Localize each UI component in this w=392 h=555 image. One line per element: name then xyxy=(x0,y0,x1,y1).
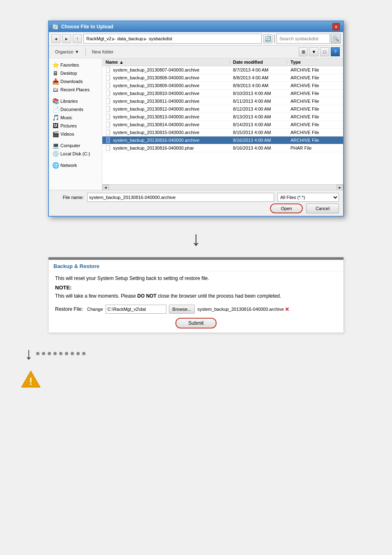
sidebar-item-computer[interactable]: 💻 Computer xyxy=(51,141,100,150)
remove-file-button[interactable]: ✕ xyxy=(285,306,289,312)
path-segment-3: sysbackdist xyxy=(149,36,172,41)
music-icon: 🎵 xyxy=(52,114,59,121)
sidebar-item-downloads[interactable]: 📥 Downloads xyxy=(51,77,100,86)
sidebar-item-music[interactable]: 🎵 Music xyxy=(51,113,100,122)
file-date-cell: 8/12/2013 4:00 AM xyxy=(230,106,287,111)
sidebar-item-network[interactable]: 🌐 Network xyxy=(51,161,100,169)
file-list-area: Name ▲ Date modified Type system_backup_… xyxy=(102,58,343,190)
file-row[interactable]: system_backup_20130807-040000.archive 8/… xyxy=(102,66,343,74)
file-row[interactable]: system_backup_20130812-040000.archive 8/… xyxy=(102,105,343,113)
file-name-cell: system_backup_20130808-040000.archive xyxy=(102,75,230,81)
file-row[interactable]: system_backup_20130816-040000.phar 8/16/… xyxy=(102,144,343,152)
dialog-title-text: Choose File to Upload xyxy=(61,24,113,30)
address-path[interactable]: RackMgt_v2 ▶ data_backup ▶ sysbackdist xyxy=(83,34,262,44)
svg-marker-17 xyxy=(110,130,111,131)
file-name-cell: system_backup_20130811-040000.archive xyxy=(102,98,230,104)
sidebar-item-recent-places[interactable]: 🗂 Recent Places xyxy=(51,86,100,94)
file-date-cell: 8/10/2013 4:00 AM xyxy=(230,91,287,96)
organize-button[interactable]: Organize ▼ xyxy=(52,48,82,56)
browse-button[interactable]: Browse... xyxy=(169,305,195,314)
cancel-button[interactable]: Cancel xyxy=(306,204,339,213)
toolbar: Organize ▼ New folder ⊞ ▼ □ ? xyxy=(49,46,343,58)
view-dropdown-button[interactable]: ▼ xyxy=(309,47,318,56)
file-date-cell: 8/15/2013 4:00 AM xyxy=(230,130,287,135)
file-row[interactable]: system_backup_20130810-040000.archive 8/… xyxy=(102,90,343,97)
svg-rect-6 xyxy=(106,90,110,96)
selected-file-display: system_backup_20130816-040000.archive ✕ xyxy=(197,306,289,312)
dialog-title-icon: 🔄 xyxy=(52,24,59,30)
col-type-header[interactable]: Type xyxy=(287,60,343,65)
sidebar-item-desktop[interactable]: 🖥 Desktop xyxy=(51,69,100,77)
file-type-cell: ARCHIVE File xyxy=(287,99,343,104)
svg-marker-15 xyxy=(110,122,111,123)
file-name-cell: system_backup_20130814-040000.archive xyxy=(102,122,230,127)
scroll-left-button[interactable]: ◄ xyxy=(102,185,109,190)
scroll-right-button[interactable]: ► xyxy=(337,185,343,190)
file-date-cell: 8/14/2013 4:00 AM xyxy=(230,122,287,127)
sidebar-item-favorites[interactable]: ⭐ Favorites xyxy=(51,61,100,69)
dot-8 xyxy=(76,352,80,355)
up-button[interactable]: ↑ xyxy=(73,34,82,43)
file-row[interactable]: system_backup_20130811-040000.archive 8/… xyxy=(102,97,343,105)
svg-rect-20 xyxy=(106,145,110,151)
sidebar-item-pictures[interactable]: 🖼 Pictures xyxy=(51,122,100,130)
file-list-header: Name ▲ Date modified Type xyxy=(102,58,343,66)
downloads-icon: 📥 xyxy=(52,78,59,85)
open-button[interactable]: Open xyxy=(270,204,303,213)
file-row[interactable]: system_backup_20130809-040000.archive 8/… xyxy=(102,82,343,90)
search-button[interactable]: 🔍 xyxy=(331,34,341,44)
dialog-close-button[interactable]: × xyxy=(332,23,340,30)
desktop-icon: 🖥 xyxy=(52,70,59,76)
horizontal-scrollbar[interactable]: ◄ ► xyxy=(102,184,343,190)
view-details-button[interactable]: ⊞ xyxy=(299,47,308,56)
restore-path-input[interactable] xyxy=(106,305,166,314)
dot-9 xyxy=(82,352,85,355)
file-row[interactable]: system_backup_20130814-040000.archive 8/… xyxy=(102,121,343,129)
file-row[interactable]: system_backup_20130808-040000.archive 8/… xyxy=(102,74,343,82)
sidebar-item-local-disk[interactable]: 💿 Local Disk (C:) xyxy=(51,150,100,158)
videos-icon: 🎬 xyxy=(52,131,59,137)
file-date-cell: 8/7/2013 4:00 AM xyxy=(230,67,287,72)
dialog-titlebar: 🔄 Choose File to Upload × xyxy=(49,21,343,32)
svg-marker-21 xyxy=(110,145,111,146)
file-type-cell: ARCHIVE File xyxy=(287,130,343,135)
help-button[interactable]: ? xyxy=(331,47,340,56)
forward-button[interactable]: ► xyxy=(62,34,71,43)
computer-icon: 💻 xyxy=(52,142,59,149)
search-input[interactable] xyxy=(277,34,330,44)
file-date-cell: 8/9/2013 4:00 AM xyxy=(230,83,287,88)
step-arrow-1: ↓ xyxy=(8,229,384,249)
filetype-select[interactable]: All Files (*.*) xyxy=(277,193,339,202)
svg-marker-19 xyxy=(110,137,111,139)
file-row[interactable]: system_backup_20130813-040000.archive 8/… xyxy=(102,113,343,121)
dialog-bottom: File name: All Files (*.*) Open Cancel xyxy=(49,190,343,216)
col-name-header[interactable]: Name ▲ xyxy=(102,60,230,65)
file-date-cell: 8/8/2013 4:00 AM xyxy=(230,75,287,80)
file-name-cell: system_backup_20130810-040000.archive xyxy=(102,90,230,96)
refresh-button[interactable]: 🔄 xyxy=(263,34,272,43)
file-list: system_backup_20130807-040000.archive 8/… xyxy=(102,66,343,184)
panel-description: This will reset your System Setup Settin… xyxy=(55,275,337,281)
new-folder-button[interactable]: New folder xyxy=(89,48,117,56)
file-row[interactable]: system_backup_20130816-040000.archive 8/… xyxy=(102,136,343,144)
sidebar-item-videos[interactable]: 🎬 Videos xyxy=(51,130,100,138)
svg-rect-14 xyxy=(106,122,110,127)
sidebar-item-libraries[interactable]: 📚 Libraries xyxy=(51,97,100,105)
button-row: Open Cancel xyxy=(53,204,339,213)
view-large-button[interactable]: □ xyxy=(320,47,329,56)
filename-input[interactable] xyxy=(87,193,274,202)
file-icon xyxy=(106,114,111,120)
back-button[interactable]: ◄ xyxy=(51,34,60,43)
local-disk-icon: 💿 xyxy=(52,150,59,157)
file-date-cell: 8/16/2013 4:00 AM xyxy=(230,146,287,150)
step-arrow-2: ↓ xyxy=(25,345,384,362)
dot-1 xyxy=(36,352,39,355)
submit-button[interactable]: Submit xyxy=(175,318,217,328)
sidebar-item-documents[interactable]: 📄 Documents xyxy=(51,105,100,113)
file-row[interactable]: system_backup_20130815-040000.archive 8/… xyxy=(102,129,343,136)
change-label: Change xyxy=(87,307,103,312)
file-icon xyxy=(106,130,111,135)
scroll-track xyxy=(109,185,337,190)
col-date-header[interactable]: Date modified xyxy=(230,60,287,65)
documents-icon: 📄 xyxy=(52,106,59,113)
